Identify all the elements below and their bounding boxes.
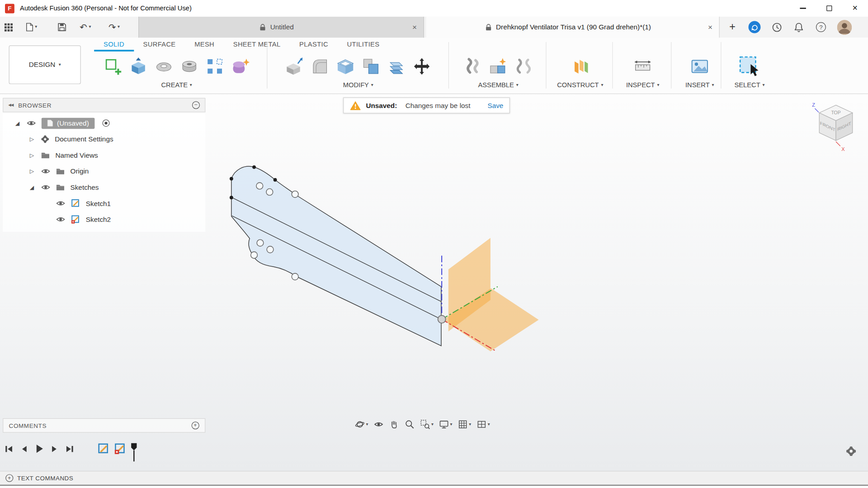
viewports-button[interactable]: ▾: [474, 417, 493, 432]
measure-button[interactable]: [630, 52, 655, 80]
construct-plane-button[interactable]: [567, 52, 593, 80]
eye-icon[interactable]: [41, 184, 51, 190]
create-menu[interactable]: CREATE▾: [89, 81, 264, 89]
account-button[interactable]: [834, 17, 855, 38]
display-settings-button[interactable]: ▾: [436, 417, 455, 432]
expand-closed-icon[interactable]: ▷: [28, 152, 35, 158]
save-link[interactable]: Save: [487, 102, 503, 109]
step-forward-icon: [51, 445, 58, 453]
document-tab-untitled[interactable]: Untitled ×: [138, 17, 424, 38]
browser-panel: ◀◀ BROWSER − ◢ (Unsaved) ▷ Document Sett…: [3, 98, 205, 232]
select-button[interactable]: [736, 52, 763, 80]
combine-button[interactable]: [358, 52, 383, 80]
construct-menu[interactable]: CONSTRUCT▾: [549, 81, 611, 89]
go-to-start-button[interactable]: [5, 445, 14, 453]
extrude-button[interactable]: [126, 52, 151, 80]
step-forward-button[interactable]: [51, 445, 58, 453]
origin-point[interactable]: [438, 315, 446, 323]
browser-header[interactable]: ◀◀ BROWSER −: [3, 98, 205, 113]
timeline-settings-button[interactable]: [846, 446, 856, 459]
ribbon-tab-mesh[interactable]: MESH: [185, 38, 224, 52]
zoom-button[interactable]: [402, 417, 417, 432]
eye-icon[interactable]: [27, 120, 36, 126]
save-button[interactable]: [57, 17, 66, 38]
browser-item-sketch1[interactable]: Sketch1: [3, 195, 205, 211]
insert-menu[interactable]: INSERT▾: [674, 81, 725, 89]
notifications-button[interactable]: [788, 17, 810, 38]
collapse-panel-icon[interactable]: ◀◀: [8, 103, 13, 108]
undo-button[interactable]: ↶ ▾: [80, 17, 91, 38]
help-button[interactable]: ?: [811, 17, 832, 38]
document-tab-active[interactable]: Drehknopf Ventilator Trisa v1 (90 Grad d…: [426, 17, 720, 38]
mirror-button[interactable]: [511, 52, 536, 80]
create-form-button[interactable]: [227, 52, 253, 80]
browser-item-named-views[interactable]: ▷ Named Views: [3, 147, 205, 164]
minimize-button[interactable]: [790, 0, 816, 17]
timeline-sketch1-feature[interactable]: [98, 443, 110, 457]
redo-button[interactable]: ↷ ▾: [108, 17, 120, 38]
new-tab-button[interactable]: +: [724, 17, 741, 38]
job-status-button[interactable]: [744, 17, 765, 38]
expand-closed-icon[interactable]: ▷: [28, 168, 35, 174]
orbit-button[interactable]: ▾: [352, 417, 371, 432]
move-copy-button[interactable]: [409, 52, 434, 80]
press-pull-button[interactable]: [282, 52, 307, 80]
eye-icon[interactable]: [56, 216, 66, 222]
app-grid-button[interactable]: [5, 17, 13, 38]
file-menu-button[interactable]: ▾: [25, 17, 37, 38]
sketch-profile[interactable]: [231, 166, 441, 346]
maximize-button[interactable]: [816, 0, 842, 17]
zoom-window-button[interactable]: ▾: [417, 417, 436, 432]
workspace-selector[interactable]: DESIGN ▾: [9, 45, 81, 84]
insert-canvas-button[interactable]: [687, 52, 712, 80]
timeline-marker[interactable]: [131, 443, 137, 465]
shell-button[interactable]: [333, 52, 358, 80]
timeline-sketch2-feature[interactable]: [114, 443, 126, 457]
text-commands-toggle[interactable]: +: [5, 474, 13, 482]
browser-item-origin[interactable]: ▷ Origin: [3, 163, 205, 179]
inspect-menu[interactable]: INSPECT▾: [616, 81, 670, 89]
browser-item-sketches[interactable]: ◢ Sketches: [3, 179, 205, 196]
step-back-button[interactable]: [20, 445, 28, 453]
tab-close-button[interactable]: ×: [708, 23, 712, 32]
tab-close-button[interactable]: ×: [412, 23, 417, 32]
ribbon-tab-sheet-metal[interactable]: SHEET METAL: [224, 38, 290, 52]
minimize-panel-button[interactable]: −: [192, 101, 200, 109]
hole-button[interactable]: [177, 52, 202, 80]
text-commands-label[interactable]: TEXT COMMANDS: [17, 475, 73, 482]
go-to-end-button[interactable]: [65, 445, 74, 453]
eye-icon[interactable]: [56, 200, 66, 206]
pattern-button[interactable]: [202, 52, 227, 80]
comments-panel[interactable]: COMMENTS +: [3, 418, 205, 433]
expand-closed-icon[interactable]: ▷: [28, 136, 35, 142]
joint-button[interactable]: [486, 52, 511, 80]
browser-item-document-settings[interactable]: ▷ Document Settings: [3, 131, 205, 147]
revolve-button[interactable]: [151, 52, 176, 80]
root-component[interactable]: (Unsaved): [42, 117, 94, 128]
ribbon-tab-utilities[interactable]: UTILITIES: [338, 38, 389, 52]
modify-menu[interactable]: MODIFY▾: [270, 81, 446, 89]
ribbon-tab-solid[interactable]: SOLID: [94, 38, 134, 52]
fillet-button[interactable]: [307, 52, 333, 80]
add-comment-button[interactable]: +: [192, 422, 199, 429]
pan-button[interactable]: [387, 417, 402, 432]
assemble-menu[interactable]: ASSEMBLE▾: [452, 81, 545, 89]
expand-open-icon[interactable]: ◢: [14, 120, 21, 126]
browser-item-sketch2[interactable]: Sketch2: [3, 211, 205, 228]
history-button[interactable]: [766, 17, 788, 38]
eye-icon[interactable]: [41, 168, 51, 174]
select-menu[interactable]: SELECT▾: [723, 81, 776, 89]
look-at-button[interactable]: [371, 417, 386, 432]
expand-open-icon[interactable]: ◢: [28, 184, 35, 190]
new-component-button[interactable]: [460, 52, 486, 80]
create-sketch-button[interactable]: [100, 52, 126, 80]
ribbon-tab-plastic[interactable]: PLASTIC: [290, 38, 337, 52]
browser-root-row[interactable]: ◢ (Unsaved): [3, 115, 205, 131]
viewcube[interactable]: TOP FRONT RIGHT Z X: [809, 99, 863, 155]
offset-face-button[interactable]: [384, 52, 409, 80]
close-button[interactable]: ×: [842, 0, 868, 17]
grid-snaps-button[interactable]: ▾: [455, 417, 474, 432]
activate-component-radio[interactable]: [102, 119, 109, 127]
ribbon-tab-surface[interactable]: SURFACE: [134, 38, 185, 52]
play-button[interactable]: [35, 444, 44, 454]
